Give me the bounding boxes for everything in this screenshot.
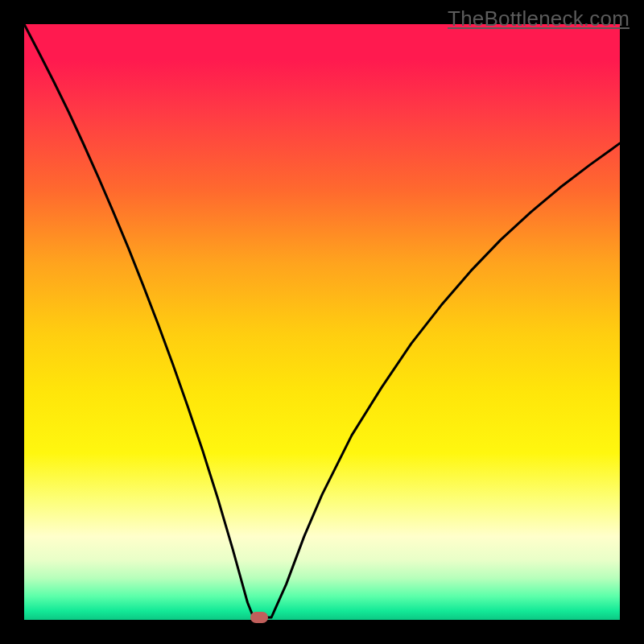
attribution-link[interactable]: TheBottleneck.com: [448, 6, 630, 31]
minimum-marker: [250, 612, 268, 623]
chart-frame: TheBottleneck.com: [0, 0, 644, 644]
bottleneck-curve: [24, 24, 620, 620]
plot-area: [24, 24, 620, 620]
